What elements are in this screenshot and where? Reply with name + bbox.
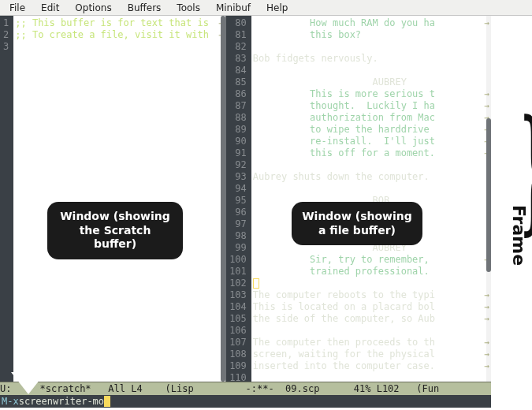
minibuffer-cursor: [104, 396, 110, 407]
buffer-file[interactable]: How much RAM do you ha this box? Bob fid…: [251, 16, 491, 382]
menu-options[interactable]: Options: [69, 1, 117, 15]
scrollbar-left[interactable]: [221, 16, 225, 382]
menu-edit[interactable]: Edit: [35, 1, 65, 15]
modeline[interactable]: U: *scratch* All L4 (Lisp -:**- 09.scp 4…: [0, 382, 491, 395]
scrollbar-right[interactable]: [486, 16, 491, 382]
menu-tools[interactable]: Tools: [170, 1, 206, 15]
minibuffer-prompt: M-x: [2, 396, 19, 407]
menu-minibuf[interactable]: Minibuf: [210, 1, 257, 15]
minibuffer[interactable]: M-x screenwriter-mo: [0, 395, 491, 408]
modeline-left: U: *scratch* All L4 (Lisp: [0, 383, 246, 394]
menu-help[interactable]: Help: [260, 1, 294, 15]
window-scratch[interactable]: 1 2 3 ;; This buffer is for text that is…: [0, 16, 225, 382]
callout-frame: } Frame: [502, 102, 527, 237]
modeline-right: -:**- 09.scp 41% L102 (Fun: [246, 383, 492, 394]
buffer-scratch[interactable]: ;; This buffer is for text that is ;; To…: [13, 16, 225, 382]
gutter-left: 1 2 3: [0, 16, 13, 382]
emacs-frame: 1 2 3 ;; This buffer is for text that is…: [0, 16, 491, 408]
window-file[interactable]: 80 81 82 83 84 85 86 87 88 89 90 91 92 9…: [226, 16, 491, 382]
minibuffer-input[interactable]: screenwriter-mo: [19, 396, 104, 407]
menubar[interactable]: File Edit Options Buffers Tools Minibuf …: [0, 0, 532, 16]
menu-buffers[interactable]: Buffers: [121, 1, 168, 15]
gutter-right: 80 81 82 83 84 85 86 87 88 89 90 91 92 9…: [226, 16, 251, 382]
menu-file[interactable]: File: [3, 1, 32, 15]
